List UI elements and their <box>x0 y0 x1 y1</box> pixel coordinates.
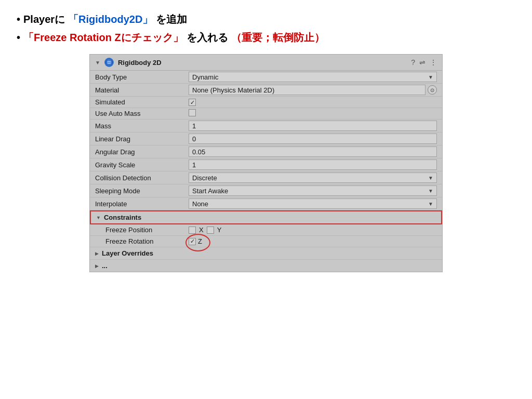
body-type-text: Dynamic <box>192 73 219 81</box>
line2-paren: （重要；転倒防止） <box>231 31 325 45</box>
settings-icon[interactable]: ⇌ <box>419 58 425 66</box>
interpolate-arrow-icon: ▼ <box>428 201 433 207</box>
inspector-body: Body Type Dynamic ▼ Material None (Physi… <box>90 71 442 272</box>
interpolate-dropdown[interactable]: None ▼ <box>189 198 437 209</box>
body-type-row: Body Type Dynamic ▼ <box>90 71 442 84</box>
overflow-label: ... <box>102 262 108 270</box>
angular-drag-label: Angular Drag <box>95 148 189 156</box>
simulated-row: Simulated <box>90 97 442 108</box>
body-type-arrow-icon: ▼ <box>428 74 433 80</box>
collision-detection-dropdown[interactable]: Discrete ▼ <box>189 172 437 183</box>
line1-suffix: を追加 <box>156 12 187 26</box>
interpolate-row: Interpolate None ▼ <box>90 197 442 210</box>
layer-overrides-label: Layer Overrides <box>102 249 153 257</box>
mass-value: 1 <box>189 121 437 131</box>
freeze-position-y-label: Y <box>217 226 222 234</box>
line2-highlight: 「Freeze Rotation Zにチェック」 <box>23 31 183 45</box>
line2-middle: を入れる <box>187 31 228 45</box>
linear-drag-value: 0 <box>189 134 437 144</box>
header-icons: ? ⇌ ⋮ <box>411 58 437 66</box>
freeze-position-row: Freeze Position X Y <box>90 224 442 236</box>
freeze-position-x-checkbox[interactable] <box>189 227 196 234</box>
use-auto-mass-label: Use Auto Mass <box>95 110 189 117</box>
line1-prefix: Playerに <box>23 12 65 26</box>
freeze-position-value: X Y <box>189 226 437 234</box>
mass-label: Mass <box>95 122 189 130</box>
interpolate-label: Interpolate <box>95 200 189 208</box>
mass-input[interactable]: 1 <box>189 121 437 131</box>
simulated-checkbox[interactable] <box>189 99 196 106</box>
bottom-overflow-indicator: ▶ ... <box>90 260 442 272</box>
angular-drag-row: Angular Drag 0.05 <box>90 145 442 158</box>
inspector-panel: ▼ Rigidbody 2D ? ⇌ ⋮ Body Type Dynamic ▼ <box>89 54 443 272</box>
component-icon <box>104 58 114 67</box>
instruction-line-2: • 「Freeze Rotation Zにチェック」 を入れる （重要；転倒防止… <box>17 31 515 45</box>
collision-detection-text: Discrete <box>192 174 217 182</box>
constraints-section-header[interactable]: ▼ Constraints <box>90 210 442 224</box>
body-type-label: Body Type <box>95 73 189 81</box>
bullet-2: • <box>17 32 20 44</box>
inspector-header: ▼ Rigidbody 2D ? ⇌ ⋮ <box>90 55 442 71</box>
sleeping-mode-row: Sleeping Mode Start Awake ▼ <box>90 184 442 197</box>
freeze-rotation-label: Freeze Rotation <box>95 237 189 245</box>
linear-drag-label: Linear Drag <box>95 135 189 143</box>
sleeping-mode-arrow-icon: ▼ <box>428 188 433 194</box>
collision-detection-label: Collision Detection <box>95 174 189 182</box>
more-icon[interactable]: ⋮ <box>430 58 437 66</box>
material-field-group: None (Physics Material 2D) ⊙ <box>189 85 437 95</box>
collision-detection-row: Collision Detection Discrete ▼ <box>90 171 442 184</box>
material-picker-button[interactable]: ⊙ <box>428 85 437 95</box>
angular-drag-input[interactable]: 0.05 <box>189 147 437 157</box>
linear-drag-input[interactable]: 0 <box>189 134 437 144</box>
line1-highlight: 「Rigidbody2D」 <box>68 12 153 26</box>
layer-overrides-section[interactable]: ▶ Layer Overrides <box>90 247 442 260</box>
gravity-scale-row: Gravity Scale 1 <box>90 158 442 171</box>
freeze-rotation-z-label: Z <box>198 237 202 245</box>
body-type-dropdown[interactable]: Dynamic ▼ <box>189 72 437 82</box>
angular-drag-value: 0.05 <box>189 147 437 157</box>
freeze-position-x-label: X <box>199 226 204 234</box>
gravity-scale-input[interactable]: 1 <box>189 159 437 170</box>
material-value: None (Physics Material 2D) ⊙ <box>189 85 437 95</box>
instructions-block: • Playerに 「Rigidbody2D」 を追加 • 「Freeze Ro… <box>17 12 515 45</box>
gravity-scale-label: Gravity Scale <box>95 161 189 169</box>
layer-overrides-arrow-icon[interactable]: ▶ <box>95 251 99 256</box>
sleeping-mode-text: Start Awake <box>192 187 228 195</box>
freeze-rotation-controls: Z <box>189 237 437 245</box>
material-row: Material None (Physics Material 2D) ⊙ <box>90 84 442 97</box>
use-auto-mass-checkbox[interactable] <box>189 109 196 116</box>
freeze-position-y-checkbox[interactable] <box>207 227 214 234</box>
overflow-arrow-icon: ▶ <box>95 263 99 269</box>
simulated-value <box>189 98 437 107</box>
mass-row: Mass 1 <box>90 119 442 132</box>
body-type-value[interactable]: Dynamic ▼ <box>189 72 437 82</box>
freeze-rotation-row: Freeze Rotation Z <box>90 236 442 247</box>
freeze-position-controls: X Y <box>189 226 437 234</box>
simulated-label: Simulated <box>95 98 189 106</box>
collision-detection-arrow-icon: ▼ <box>428 175 433 181</box>
help-icon[interactable]: ? <box>411 58 415 66</box>
instruction-line-1: • Playerに 「Rigidbody2D」 を追加 <box>17 12 515 26</box>
sleeping-mode-dropdown[interactable]: Start Awake ▼ <box>189 185 437 196</box>
freeze-rotation-z-checkbox[interactable] <box>189 238 196 245</box>
freeze-rotation-z-group: Z <box>189 237 202 245</box>
collision-detection-value[interactable]: Discrete ▼ <box>189 172 437 183</box>
inspector-title: Rigidbody 2D <box>118 59 407 66</box>
interpolate-value[interactable]: None ▼ <box>189 198 437 209</box>
collapse-arrow-icon[interactable]: ▼ <box>95 60 100 65</box>
material-label: Material <box>95 86 189 94</box>
sleeping-mode-value[interactable]: Start Awake ▼ <box>189 185 437 196</box>
use-auto-mass-row: Use Auto Mass <box>90 108 442 119</box>
sleeping-mode-label: Sleeping Mode <box>95 187 189 195</box>
use-auto-mass-value <box>189 109 437 118</box>
freeze-position-label: Freeze Position <box>95 226 189 234</box>
material-input[interactable]: None (Physics Material 2D) <box>189 85 425 95</box>
linear-drag-row: Linear Drag 0 <box>90 132 442 145</box>
freeze-rotation-value: Z <box>189 237 437 245</box>
constraints-label: Constraints <box>104 214 141 221</box>
interpolate-text: None <box>192 200 208 208</box>
gravity-scale-value: 1 <box>189 159 437 170</box>
constraints-collapse-icon[interactable]: ▼ <box>96 215 101 220</box>
bullet-1: • <box>17 14 20 25</box>
